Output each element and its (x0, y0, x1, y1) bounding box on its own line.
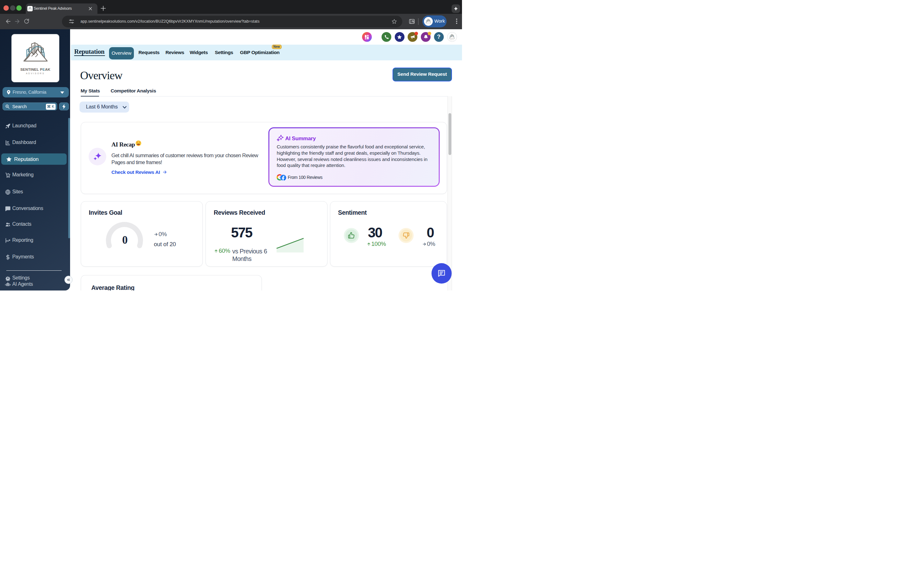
svg-text:SENTINEL PEAK: SENTINEL PEAK (450, 39, 454, 40)
